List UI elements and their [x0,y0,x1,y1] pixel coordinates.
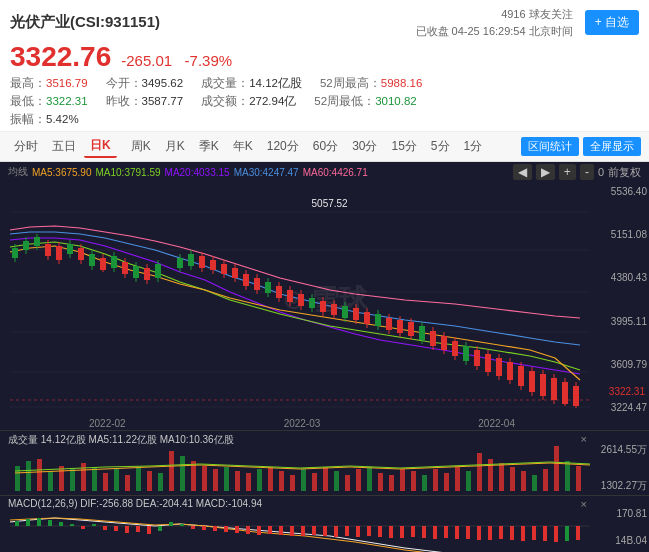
tab-1[interactable]: 1分 [458,136,489,157]
svg-rect-144 [400,469,405,491]
svg-rect-63 [331,304,337,315]
stat-52high: 52周最高：5988.16 [320,76,422,91]
ma-axis-label: 均线 [8,165,28,179]
svg-rect-179 [202,526,206,530]
svg-rect-79 [419,326,425,340]
svg-rect-135 [301,469,306,491]
svg-rect-142 [378,473,383,491]
tab-yuek[interactable]: 月K [159,136,191,157]
svg-rect-126 [202,466,207,491]
svg-rect-150 [466,471,471,491]
stat-high: 最高：3516.79 [10,76,88,91]
tab-jik[interactable]: 季K [193,136,225,157]
svg-rect-124 [180,456,185,491]
svg-rect-194 [367,526,371,536]
x-axis-labels: 2022-02 2022-03 2022-04 [0,417,649,430]
tab-rik[interactable]: 日K [84,135,117,158]
svg-rect-139 [345,475,350,491]
price-change-pct: -7.39% [185,52,233,69]
svg-rect-141 [367,467,372,491]
chart-nav-area: ◀ ▶ + - 0 前复权 [513,164,641,180]
svg-rect-146 [422,475,427,491]
svg-rect-127 [213,469,218,491]
svg-rect-167 [70,524,74,526]
tab-15[interactable]: 15分 [385,136,422,157]
svg-rect-132 [268,467,273,491]
volume-chart[interactable]: 成交量 14.12亿股 MA5:11.22亿股 MA10:10.36亿股 261… [0,430,649,495]
svg-rect-87 [463,346,469,361]
zoom-in-button[interactable]: + [559,164,576,180]
svg-rect-206 [499,526,503,539]
zoom-out-button[interactable]: - [580,164,594,180]
add-fav-button[interactable]: + 自选 [585,10,639,35]
svg-rect-190 [323,526,327,536]
svg-rect-188 [301,526,305,536]
svg-rect-83 [441,336,447,350]
svg-rect-192 [345,526,349,536]
svg-rect-176 [169,522,173,526]
header-top: 光伏产业(CSI:931151) 4916 球友关注 已收盘 04-25 16:… [10,6,639,39]
restore-button[interactable]: 前复权 [608,165,641,180]
svg-rect-175 [158,526,162,531]
main-price: 3322.76 [10,41,111,73]
svg-rect-202 [455,526,459,539]
chart-top-bar: 均线 MA5:3675.90 MA10:3791.59 MA20:4033.15… [0,162,649,182]
tab-30[interactable]: 30分 [346,136,383,157]
svg-rect-180 [213,526,217,531]
svg-rect-207 [510,526,514,540]
svg-rect-162 [15,521,19,526]
tab-fenshi[interactable]: 分时 [8,136,44,157]
svg-rect-65 [342,306,348,318]
svg-rect-115 [81,463,86,491]
svg-rect-47 [243,274,249,286]
svg-rect-155 [521,471,526,491]
svg-rect-158 [554,446,559,491]
svg-rect-151 [477,453,482,491]
tab-5[interactable]: 5分 [425,136,456,157]
tab-wuri[interactable]: 五日 [46,136,82,157]
scroll-left-button[interactable]: ◀ [513,164,532,180]
stat-open: 今开：3495.62 [106,76,184,91]
tab-niank[interactable]: 年K [227,136,259,157]
scroll-right-button[interactable]: ▶ [536,164,555,180]
svg-rect-67 [353,308,359,320]
stat-low: 最低：3322.31 [10,94,88,109]
vol-y-axis: 2614.55万 1302.27万 [601,431,647,495]
svg-rect-145 [411,471,416,491]
zoom-value: 0 [598,166,604,178]
interval-stats-button[interactable]: 区间统计 [521,137,579,156]
svg-rect-91 [485,354,491,372]
svg-rect-113 [59,466,64,491]
svg-rect-200 [433,526,437,539]
svg-rect-208 [521,526,525,541]
x-label-3: 2022-04 [478,418,515,429]
svg-rect-163 [26,519,30,526]
svg-rect-212 [565,526,569,541]
svg-rect-128 [224,467,229,491]
ma60-label: MA60:4426.71 [303,167,368,178]
fullscreen-button[interactable]: 全屏显示 [583,137,641,156]
main-price-chart[interactable]: ⊙ 雪球 5536.40 5151.08 4380.43 3995.11 360… [0,182,649,417]
price-change: -265.01 -7.39% [121,52,232,69]
svg-rect-97 [518,366,524,386]
svg-rect-152 [488,459,493,491]
svg-rect-45 [232,268,238,278]
market-time: 已收盘 04-25 16:29:54 北京时间 [416,23,573,40]
svg-rect-164 [37,518,41,526]
svg-rect-13 [45,244,51,256]
svg-rect-130 [246,473,251,491]
svg-rect-93 [496,358,502,376]
svg-rect-75 [397,320,403,333]
svg-rect-140 [356,469,361,491]
svg-rect-103 [551,378,557,400]
svg-rect-183 [246,526,250,534]
macd-chart[interactable]: MACD(12,26,9) DIF:-256.88 DEA:-204.41 MA… [0,495,649,552]
svg-rect-33 [155,264,161,278]
tab-zhouk[interactable]: 周K [125,136,157,157]
volume-chart-svg [0,431,600,496]
tab-60[interactable]: 60分 [307,136,344,157]
svg-rect-53 [276,286,282,298]
svg-rect-89 [474,350,480,366]
svg-rect-120 [136,467,141,491]
tab-120[interactable]: 120分 [261,136,305,157]
